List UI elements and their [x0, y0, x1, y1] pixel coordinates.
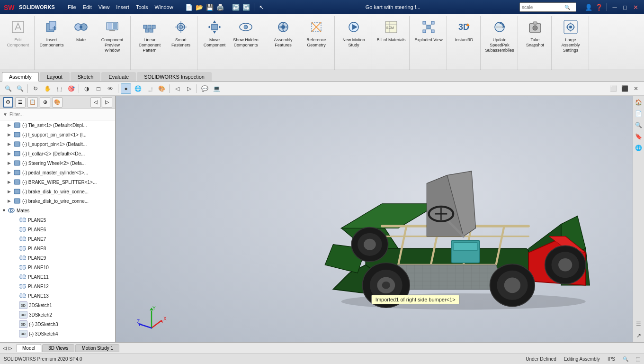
3d-annotation-button[interactable]: 💬 — [199, 83, 210, 94]
viewport[interactable]: Imported1 of right side bumper<1> X Y Z … — [116, 96, 644, 342]
configuration-manager-icon[interactable]: 📋 — [27, 97, 38, 108]
tree-item-plane7[interactable]: PLANE7 — [0, 234, 115, 244]
edit-component-button[interactable]: Edit Component — [4, 17, 32, 55]
search-bar[interactable]: 🔍 — [519, 2, 576, 12]
instant3d-button[interactable]: 3D Instant3D — [450, 17, 478, 55]
tree-item-steering-wheel[interactable]: ▶ (-) Steering Wheel<2> (Defa... — [0, 158, 115, 168]
tree-item-3dsketch2[interactable]: 3D 3DSketch2 — [0, 310, 115, 319]
zoom-button[interactable]: 🔍 — [623, 356, 628, 362]
tree-item-tie-set[interactable]: ▶ (-) Tie_set<1> (Default<Displ... — [0, 120, 115, 130]
move-component-button[interactable]: Move Component — [200, 17, 229, 55]
tree-item-plane12[interactable]: PLANE12 — [0, 282, 115, 291]
select-button[interactable]: ↖ — [257, 2, 267, 12]
update-speedpak-button[interactable]: Update SpeedPak Subassemblies — [483, 17, 516, 55]
feature-manager-icon[interactable]: ⚙ — [3, 97, 13, 108]
bill-of-materials-button[interactable]: BOM Bill of Materials — [375, 17, 407, 55]
tree-item-l-support-small[interactable]: ▶ (-) l_support_pin_small<1> (l... — [0, 130, 115, 139]
previous-view-button[interactable]: ◁ — [172, 83, 182, 94]
rotate-view-button[interactable]: ↻ — [30, 83, 41, 94]
tree-item-brake-disk-1[interactable]: ▶ (-) brake_disk_to_wire_conne... — [0, 187, 115, 196]
tree-item-plane11[interactable]: PLANE11 — [0, 272, 115, 282]
right-panel-document[interactable]: 📄 — [634, 109, 644, 118]
tree-item-3dsketch4[interactable]: 3D (-) 3DSketch4 — [0, 329, 115, 338]
tree-item-plane10[interactable]: PLANE10 — [0, 263, 115, 272]
mate-button[interactable]: Mate — [67, 17, 95, 55]
tree-item-plane6[interactable]: PLANE6 — [0, 225, 115, 234]
right-panel-list[interactable]: ☰ — [634, 319, 644, 329]
assembly-features-button[interactable]: Assembly Features — [267, 17, 299, 55]
tree-item-plane13[interactable]: PLANE13 — [0, 291, 115, 300]
tree-item-pedal-master[interactable]: ▶ (-) pedal_master_cylinder<1>... — [0, 168, 115, 177]
menu-insert[interactable]: Insert — [113, 3, 133, 11]
view-orientation-button[interactable]: 🎯 — [66, 83, 76, 94]
screen-resize-button[interactable]: ⬚ — [636, 356, 640, 362]
realview-button[interactable]: 🌐 — [133, 83, 143, 94]
tab-sketch[interactable]: Sketch — [71, 72, 101, 81]
right-panel-search[interactable]: 🔍 — [634, 120, 644, 130]
restore-view-button[interactable]: ⬜ — [608, 83, 618, 94]
smart-fasteners-button[interactable]: Smart Fasteners — [167, 17, 195, 55]
display-style-button[interactable]: ◻ — [93, 83, 104, 94]
tree-item-3dsketch1[interactable]: 3D 3DSketch1 — [0, 300, 115, 310]
tree-content[interactable]: ▶ (-) Tie_set<1> (Default<Displ... ▶ (-)… — [0, 120, 115, 342]
tree-item-plane9[interactable]: PLANE9 — [0, 253, 115, 263]
maximize-button[interactable]: □ — [620, 2, 630, 12]
shadows-button[interactable]: ⬚ — [144, 83, 155, 94]
scene-button[interactable]: 🎨 — [156, 83, 167, 94]
menu-edit[interactable]: Edit — [80, 3, 95, 11]
insert-components-button[interactable]: Insert Components — [37, 17, 66, 55]
reference-geometry-button[interactable]: Reference Geometry — [300, 17, 332, 55]
component-preview-window-button[interactable]: Component Preview Window — [96, 17, 128, 55]
property-manager-icon[interactable]: ☰ — [15, 97, 26, 108]
hide-show-button[interactable]: 👁 — [105, 83, 116, 94]
tree-item-brake-wire-splitter[interactable]: ▶ (-) BRAKE_WIRE_SPLITTER<1>... — [0, 177, 115, 187]
right-panel-home[interactable]: 🏠 — [634, 98, 644, 107]
tab-3d-views[interactable]: 3D Views — [42, 344, 74, 352]
search-input[interactable] — [522, 5, 564, 10]
close-button[interactable]: ✕ — [631, 2, 640, 12]
screen-capture-button[interactable]: 💻 — [211, 83, 222, 94]
display-manager-icon[interactable]: 🎨 — [52, 97, 63, 108]
tree-item-brake-disk-2[interactable]: ▶ (-) brake_disk_to_wire_conne... — [0, 196, 115, 206]
tree-item-plane8[interactable]: PLANE8 — [0, 244, 115, 253]
user-button[interactable]: 👤 — [584, 2, 593, 12]
scroll-tabs-right[interactable]: ▷ — [8, 345, 13, 352]
dim-expert-icon[interactable]: ⊕ — [40, 97, 50, 108]
exploded-view-button[interactable]: Exploded View — [412, 17, 445, 55]
tree-item-l-support-pin[interactable]: ▶ (-) l_support_pin<1> (Default... — [0, 139, 115, 149]
take-snapshot-button[interactable]: Take Snapshot — [521, 17, 549, 55]
next-view-button[interactable]: ▷ — [184, 83, 194, 94]
menu-view[interactable]: View — [95, 3, 113, 11]
zoom-to-fit-button[interactable]: 🔍 — [3, 83, 13, 94]
linear-component-pattern-button[interactable]: Linear Component Pattern — [134, 17, 166, 55]
open-button[interactable]: 📂 — [195, 2, 204, 12]
help-button[interactable]: ❓ — [594, 2, 604, 12]
save-button[interactable]: 💾 — [205, 2, 215, 12]
tab-evaluate[interactable]: Evaluate — [101, 72, 136, 81]
tab-solidworks-inspection[interactable]: SOLIDWORKS Inspection — [137, 72, 212, 81]
menu-file[interactable]: File — [64, 3, 80, 11]
new-button[interactable]: 📄 — [184, 2, 194, 12]
maximize-view-button[interactable]: ⬛ — [619, 83, 630, 94]
tree-item-plane5[interactable]: PLANE5 — [0, 215, 115, 225]
minimize-button[interactable]: ─ — [610, 2, 619, 12]
show-hidden-components-button[interactable]: Show Hidden Components — [230, 17, 262, 55]
close-view-button[interactable]: ✕ — [631, 83, 641, 94]
section-view-button[interactable]: ◑ — [81, 83, 92, 94]
tree-nav-right[interactable]: ▷ — [102, 97, 112, 108]
tree-item-l-collar[interactable]: ▶ (-) l_collar<2> (Default<<De... — [0, 149, 115, 158]
pan-button[interactable]: ✋ — [42, 83, 53, 94]
new-motion-study-button[interactable]: New Motion Study — [338, 17, 370, 55]
tab-layout[interactable]: Layout — [40, 72, 70, 81]
tree-item-3dsketch3[interactable]: 3D (-) 3DSketch3 — [0, 319, 115, 329]
shaded-button[interactable]: ● — [121, 83, 131, 94]
menu-tools[interactable]: Tools — [133, 3, 152, 11]
right-panel-arrow[interactable]: ↗ — [634, 331, 644, 340]
scroll-tabs-left[interactable]: ◁ — [2, 345, 8, 352]
standard-views-button[interactable]: ⬚ — [54, 83, 64, 94]
large-assembly-settings-button[interactable]: Large Assembly Settings — [555, 17, 587, 55]
menu-window[interactable]: Window — [152, 3, 177, 11]
undo-button[interactable]: ↩️ — [231, 2, 241, 12]
right-panel-bookmark[interactable]: 🔖 — [634, 132, 644, 141]
tab-assembly[interactable]: Assembly — [2, 72, 39, 82]
